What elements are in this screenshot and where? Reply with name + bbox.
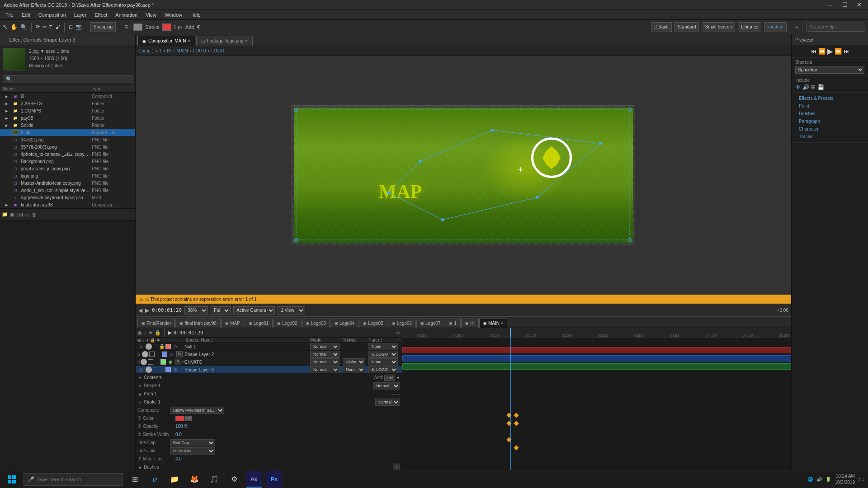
parent-dropdown[interactable]: None: [368, 358, 398, 366]
tab-logo05[interactable]: ▣ Logo05: [359, 319, 387, 328]
list-item[interactable]: 📁 pay98 Folder: [0, 114, 135, 122]
list-item[interactable]: ▢ Master-Android-icon copy.png PNG file: [0, 179, 135, 187]
include-video-icon[interactable]: 👁: [795, 84, 801, 90]
stroke-width-value[interactable]: 0.0: [175, 432, 182, 437]
shape1-section[interactable]: Shape 1 Normal: [136, 382, 402, 390]
layer-lock-toggle[interactable]: 🔒: [159, 344, 165, 349]
workspace-user[interactable]: khodom: [764, 22, 787, 32]
stroke-width-row[interactable]: ⏱ Stroke Width 0.0: [136, 431, 402, 439]
taskbar-firefox[interactable]: 🦊: [186, 471, 203, 488]
layer-visibility-toggle[interactable]: [141, 359, 147, 365]
tab-close-icon[interactable]: ≡: [188, 39, 190, 43]
project-search-input[interactable]: [3, 75, 132, 83]
search-help-input[interactable]: [807, 23, 865, 32]
menu-help[interactable]: Help: [187, 11, 204, 19]
rotate-tool[interactable]: ⟳: [36, 24, 40, 30]
include-overlays-icon[interactable]: ⊞: [811, 84, 816, 90]
stroke-color-swatch[interactable]: [175, 416, 184, 421]
timeline-lock-icon[interactable]: 🔒: [155, 330, 161, 336]
fill-swatch[interactable]: [133, 23, 142, 31]
layer-envato[interactable]: 3 ▣ fx ⟳ ENVATO Normal: [136, 358, 402, 366]
new-item-btn[interactable]: 16bpc: [16, 212, 30, 217]
start-button[interactable]: [4, 471, 20, 488]
list-item[interactable]: ▢ world_t_sm-icon-simple-style-vector-19…: [0, 187, 135, 194]
workspace-libraries[interactable]: Libraries: [738, 22, 761, 32]
menu-effect[interactable]: Effect: [91, 11, 111, 19]
list-item[interactable]: 📁 3 ASSETS Folder: [0, 100, 135, 107]
tab-logo01[interactable]: ▣ Logo01: [245, 319, 273, 328]
stroke-opacity-row[interactable]: ⏱ Opacity 100 %: [136, 422, 402, 431]
stopwatch-icon[interactable]: ⏱: [137, 416, 142, 421]
play-btn[interactable]: ▶: [145, 307, 149, 314]
text-tool[interactable]: T: [49, 24, 52, 30]
shape-tool[interactable]: ◻: [69, 24, 73, 30]
new-folder-btn[interactable]: 📁: [2, 211, 8, 217]
shape1-expand-icon[interactable]: [137, 383, 143, 388]
list-item[interactable]: ▣ final intro pay98 Compositi…: [0, 201, 135, 208]
play-button-sm[interactable]: ▶: [168, 329, 172, 336]
breadcrumb-comp1[interactable]: Comp 1: [138, 48, 154, 53]
tab-final-intro[interactable]: ▣ final intro pay98: [175, 319, 221, 328]
list-item[interactable]: ▢ 4photos_to-camera-عکاس copy.png PNG fi…: [0, 150, 135, 158]
stopwatch-miter-icon[interactable]: ⏱: [137, 456, 142, 461]
mode-dropdown[interactable]: Normal: [310, 343, 340, 350]
new-comp-btn[interactable]: ▣: [10, 211, 14, 217]
tab-logo07[interactable]: ▣ Logo07: [416, 319, 444, 328]
tab-footage-logo[interactable]: ▢ Footage: logo.png ≡: [196, 36, 253, 46]
menu-composition[interactable]: Composition: [35, 11, 70, 19]
layer-null1[interactable]: 1 🔒 ◇ Null 1 Normal N: [136, 343, 402, 351]
frame-back-btn[interactable]: ◀: [138, 307, 142, 314]
stroke-swatch[interactable]: [162, 23, 171, 31]
camera-tool[interactable]: 📷: [75, 24, 82, 30]
layer-lock-toggle[interactable]: [156, 352, 161, 357]
layer-solo-toggle[interactable]: [153, 367, 158, 372]
list-item[interactable]: ▣ i2 Compositi…: [0, 93, 135, 100]
mode-dropdown[interactable]: Normal: [310, 351, 340, 358]
extend-workspaces-button[interactable]: »: [795, 24, 798, 30]
contents-section[interactable]: Contents Add: Add ▼: [136, 374, 402, 382]
menu-file[interactable]: File: [2, 11, 17, 19]
miter-limit-value[interactable]: 4.0: [175, 456, 182, 461]
include-cache-icon[interactable]: 💾: [817, 84, 824, 90]
tab-final-render[interactable]: ▣ FinalRender: [137, 319, 175, 328]
tab-close-icon[interactable]: ≡: [245, 39, 247, 43]
zoom-tool[interactable]: 🔍: [20, 24, 27, 30]
workspace-default[interactable]: Default: [651, 22, 672, 32]
menu-layer[interactable]: Layer: [71, 11, 90, 19]
timeline-vis-icon[interactable]: ◉: [137, 330, 142, 336]
line-cap-select[interactable]: Butt Cap: [170, 439, 215, 446]
character-link[interactable]: Character: [795, 125, 864, 133]
minimize-button[interactable]: —: [825, 1, 836, 8]
paint-link[interactable]: Paint: [795, 102, 864, 110]
workspace-standard[interactable]: Standard: [675, 22, 699, 32]
line-join-select[interactable]: Miter Join: [170, 447, 215, 455]
tab-logo02[interactable]: ▣ Logo02: [273, 319, 301, 328]
network-icon[interactable]: 🌐: [807, 477, 813, 482]
timeline-ruler[interactable]: 00:00f 00:15f 01:00f: [402, 328, 791, 338]
brush-tool[interactable]: 🖌: [55, 24, 60, 30]
tab-logo04[interactable]: ▣ Logo04: [330, 319, 359, 328]
stroke1-section[interactable]: Stroke 1 Normal: [136, 398, 402, 406]
skip-to-start-btn[interactable]: ⏮: [811, 48, 816, 55]
layer-solo-toggle[interactable]: [153, 344, 158, 349]
quality-select[interactable]: Full Half: [211, 306, 231, 314]
layer-shape3[interactable]: 4 ◎ Shape Layer 3 Normal None: [136, 366, 402, 374]
dashes-expand-icon[interactable]: [137, 465, 143, 469]
skip-to-end-btn[interactable]: ⏭: [844, 48, 849, 55]
miter-limit-row[interactable]: ⏱ Miter Limit 4.0: [136, 455, 402, 463]
tab-close-small[interactable]: ≡: [501, 321, 503, 325]
breadcrumb-logo2[interactable]: LOGO: [211, 48, 224, 53]
path1-expand-icon[interactable]: [137, 391, 143, 396]
timeline-audio-icon[interactable]: ♪: [144, 330, 146, 335]
mode-dropdown[interactable]: Normal: [310, 366, 340, 373]
taskbar-media[interactable]: 🎵: [206, 471, 222, 488]
path1-section[interactable]: Path 1 — —: [136, 390, 402, 398]
tab-composition-main[interactable]: ▣ Composition MAIN ≡: [137, 36, 195, 46]
taskbar-unknown[interactable]: ⚙: [226, 471, 242, 488]
stroke-below-prev-select[interactable]: Below Previous in Sa…: [170, 407, 224, 414]
tab-map[interactable]: ▣ MAP: [221, 319, 244, 328]
parent-dropdown[interactable]: 6. LOGO: [368, 366, 398, 373]
snapping-button[interactable]: Snapping: [90, 22, 116, 32]
stroke-opacity-value[interactable]: 100 %: [175, 424, 188, 429]
menu-animation[interactable]: Animation: [112, 11, 141, 19]
